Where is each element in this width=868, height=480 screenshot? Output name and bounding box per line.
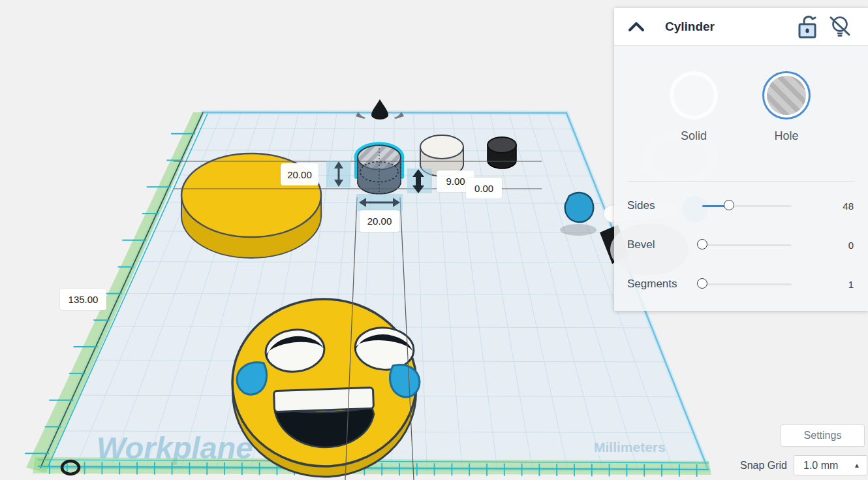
black-cylinder[interactable] (488, 137, 516, 168)
depth-dimension-label[interactable]: 20.00 (281, 163, 318, 185)
bevel-value[interactable]: 0 (848, 240, 854, 251)
snap-grid-value: 1.0 mm (803, 460, 838, 472)
segments-slider[interactable] (702, 283, 792, 285)
sides-label: Sides (627, 199, 702, 212)
depth-arrow-handle[interactable] (326, 161, 350, 187)
bevel-label: Bevel (627, 238, 702, 251)
inspector-divider (627, 181, 855, 182)
segments-value[interactable]: 1 (848, 279, 854, 290)
snap-grid-label: Snap Grid (726, 460, 787, 472)
hide-lightbulb-icon[interactable] (828, 14, 852, 39)
solid-mode-label: Solid (670, 129, 718, 143)
emoji-right-tear (390, 365, 420, 397)
hole-hatch-icon (767, 76, 806, 115)
settings-button[interactable]: Settings (781, 424, 865, 447)
sides-value[interactable]: 48 (843, 200, 854, 212)
height-arrow-handle[interactable] (407, 168, 432, 193)
width-dimension-label[interactable]: 20.00 (360, 210, 399, 232)
shape-inspector-panel: Cylinder Solid Hole (614, 8, 868, 311)
bevel-slider[interactable] (702, 244, 792, 246)
segments-slider-thumb[interactable] (697, 278, 707, 289)
hole-mode-option[interactable] (762, 71, 811, 120)
width-arrow-handle[interactable] (356, 194, 403, 211)
tinkercad-workspace: Workplane Millimeters (0, 0, 868, 480)
inspector-header: Cylinder (614, 8, 868, 46)
unlock-icon[interactable] (798, 15, 818, 39)
elevation-dimension-label[interactable]: 0.00 (466, 178, 502, 199)
sides-slider-thumb[interactable] (724, 200, 734, 210)
emoji-teeth (273, 387, 373, 411)
inspector-title: Cylinder (665, 20, 715, 34)
snap-grid-dropdown[interactable]: 1.0 mm ▲ (794, 455, 867, 475)
caret-up-icon: ▲ (854, 462, 860, 469)
selected-hole-cylinder[interactable] (356, 144, 402, 195)
ruler-position-label[interactable]: 135.00 (60, 289, 106, 310)
tear-shadow (560, 224, 597, 236)
segments-slider-row: Segments 1 (627, 278, 854, 291)
bevel-slider-row: Bevel 0 (627, 238, 854, 251)
collapse-chevron-icon[interactable] (627, 21, 645, 33)
blue-tear-object[interactable] (565, 193, 594, 222)
sides-slider-row: Sides 48 (627, 199, 854, 212)
emoji-model[interactable] (232, 299, 420, 477)
bevel-slider-thumb[interactable] (697, 239, 707, 249)
inspector-body: Solid Hole Sides 48 Bevel 0 Seg (614, 46, 868, 311)
solid-mode-option[interactable] (670, 71, 718, 120)
sides-slider[interactable] (702, 205, 792, 207)
segments-label: Segments (627, 278, 702, 291)
hole-mode-label: Hole (762, 129, 811, 143)
units-watermark: Millimeters (594, 440, 666, 455)
